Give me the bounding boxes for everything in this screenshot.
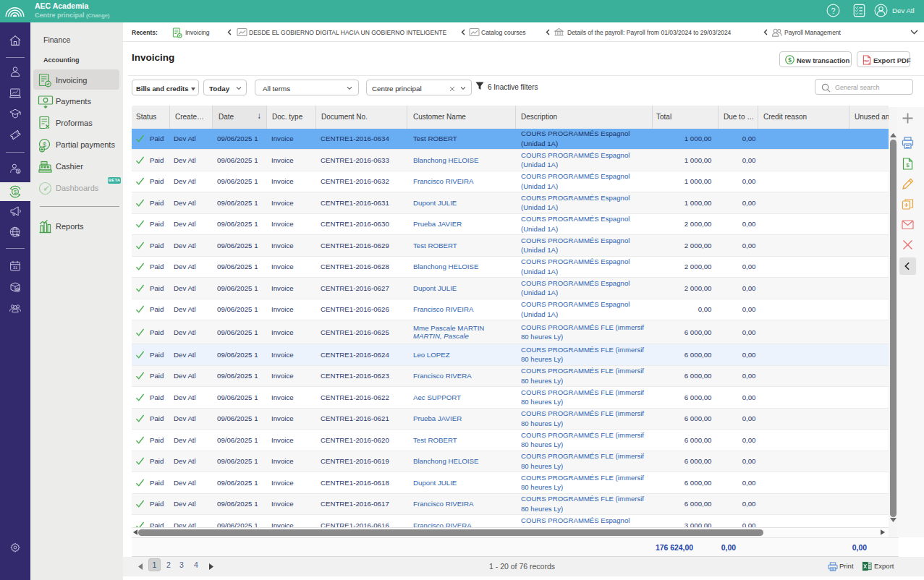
svg-text:?: ? bbox=[831, 7, 835, 15]
svg-text:$: $ bbox=[17, 169, 20, 174]
svg-text:31: 31 bbox=[13, 265, 17, 270]
svg-text:PDF: PDF bbox=[863, 59, 870, 63]
svg-text:$: $ bbox=[906, 162, 910, 169]
svg-text:$: $ bbox=[788, 56, 792, 64]
